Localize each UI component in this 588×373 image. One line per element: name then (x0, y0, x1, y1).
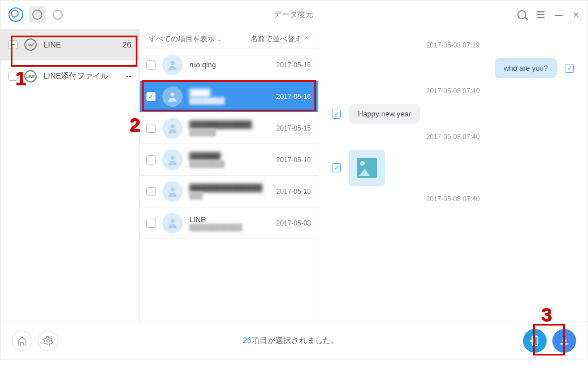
checkbox[interactable] (146, 60, 155, 70)
sidebar-item-label: LINE (44, 40, 115, 49)
svg-rect-7 (532, 336, 537, 345)
checkbox[interactable] (8, 40, 18, 49)
chat-timestamp: 2017-05-08 07:29 (332, 41, 574, 49)
checkbox[interactable] (146, 187, 155, 196)
sidebar-item[interactable]: LINE LINE 26 (1, 29, 139, 60)
list-item[interactable]: ✓ ████████████ 2017-05-16 (140, 81, 318, 112)
contact-name: ████████████ (189, 120, 270, 129)
svg-point-2 (170, 124, 174, 128)
menu-icon[interactable] (537, 11, 544, 18)
checkbox[interactable]: ✓ (146, 92, 155, 101)
contact-sub: ████████ (189, 97, 270, 104)
home-button[interactable] (12, 331, 32, 351)
avatar-icon (162, 213, 183, 233)
app-logo-icon (8, 7, 23, 22)
checkbox[interactable] (146, 155, 155, 164)
contact-name: ██████ (189, 152, 270, 161)
export-button[interactable] (552, 329, 576, 353)
avatar-icon (162, 86, 183, 107)
sidebar: LINE LINE 26 LINE LINE添付ファイル -- (1, 29, 140, 322)
avatar-icon (162, 150, 183, 170)
search-icon[interactable] (517, 10, 526, 19)
contact-sub: ████████ (189, 161, 270, 167)
selection-status: 26項目が選択されました。 (64, 336, 517, 346)
message-checkbox[interactable]: ✓ (565, 64, 574, 73)
contact-name: ████ (189, 89, 270, 97)
conversation-list: すべての項目を表示⌄ 名前で並べ替え⌃ ruo qing 2017-05-16✓… (140, 29, 318, 322)
tool-documents-button[interactable] (29, 6, 46, 23)
contact-date: 2017-05-10 (276, 156, 311, 164)
contact-name: LINE (189, 215, 270, 224)
list-item[interactable]: ██████████████████ 2017-05-15 (140, 112, 318, 144)
list-item[interactable]: ruo qing 2017-05-16 (140, 49, 318, 81)
filter-dropdown[interactable]: すべての項目を表示⌄ (149, 34, 222, 44)
chat-timestamp: 2017-05-08 07:40 (332, 195, 574, 203)
svg-point-1 (170, 92, 174, 96)
restore-to-device-button[interactable] (523, 329, 547, 353)
chat-timestamp: 2017-05-08 07:40 (332, 133, 574, 141)
image-bubble[interactable] (349, 150, 385, 186)
sidebar-item[interactable]: LINE LINE添付ファイル -- (1, 60, 139, 92)
message-checkbox[interactable]: ✓ (332, 110, 341, 119)
header: データ復元 — ✕ (1, 1, 587, 29)
contact-name: ruo qing (189, 60, 270, 69)
list-item[interactable]: LINE████████████ 2017-05-08 (140, 207, 318, 239)
svg-point-3 (170, 155, 174, 159)
contact-sub: ████████████ (189, 224, 270, 231)
sidebar-item-count: 26 (122, 40, 131, 49)
chat-pane: 2017-05-08 07:29 who are you? ✓ 2017-05-… (318, 29, 587, 322)
tool-contacts-button[interactable] (49, 6, 66, 23)
svg-point-4 (170, 187, 174, 191)
message-bubble: Happy new year (349, 104, 420, 124)
avatar-icon (162, 118, 183, 138)
chat-message-in: ✓ (332, 150, 574, 186)
contact-date: 2017-05-16 (276, 93, 311, 101)
list-item[interactable]: ██████████████ 2017-05-10 (140, 144, 318, 176)
footer: 26項目が選択されました。 (1, 322, 587, 359)
sidebar-item-label: LINE添付ファイル (44, 71, 119, 81)
svg-point-6 (47, 339, 50, 342)
line-icon: LINE (24, 70, 37, 83)
avatar-icon (162, 181, 183, 202)
close-button[interactable]: ✕ (573, 10, 580, 19)
chat-message-out: who are you? ✓ (332, 58, 574, 78)
list-item[interactable]: █████████████████ 2017-05-10 (140, 176, 318, 207)
contact-date: 2017-05-10 (276, 188, 311, 196)
checkbox[interactable] (146, 219, 155, 228)
avatar-icon (162, 55, 183, 75)
window-title: データ復元 (70, 10, 517, 20)
chat-message-in: ✓ Happy new year (332, 104, 574, 124)
contact-name: ██████████████ (189, 184, 270, 192)
contact-sub: ███ (189, 192, 270, 199)
settings-button[interactable] (38, 331, 58, 351)
contact-date: 2017-05-08 (276, 219, 311, 227)
svg-point-0 (170, 60, 174, 64)
line-icon: LINE (24, 38, 37, 51)
message-checkbox[interactable]: ✓ (332, 163, 341, 172)
svg-point-5 (170, 219, 174, 223)
minimize-button[interactable]: — (555, 10, 563, 19)
contact-date: 2017-05-15 (276, 124, 311, 132)
sort-dropdown[interactable]: 名前で並べ替え⌃ (250, 34, 309, 44)
sidebar-item-count: -- (126, 72, 131, 81)
chat-timestamp: 2017-05-08 07:40 (332, 87, 574, 95)
contact-date: 2017-05-16 (276, 61, 311, 69)
checkbox[interactable] (146, 124, 155, 133)
image-icon (357, 158, 377, 178)
contact-sub: ██████ (189, 129, 270, 136)
message-bubble: who are you? (495, 58, 557, 78)
checkbox[interactable] (8, 72, 18, 81)
